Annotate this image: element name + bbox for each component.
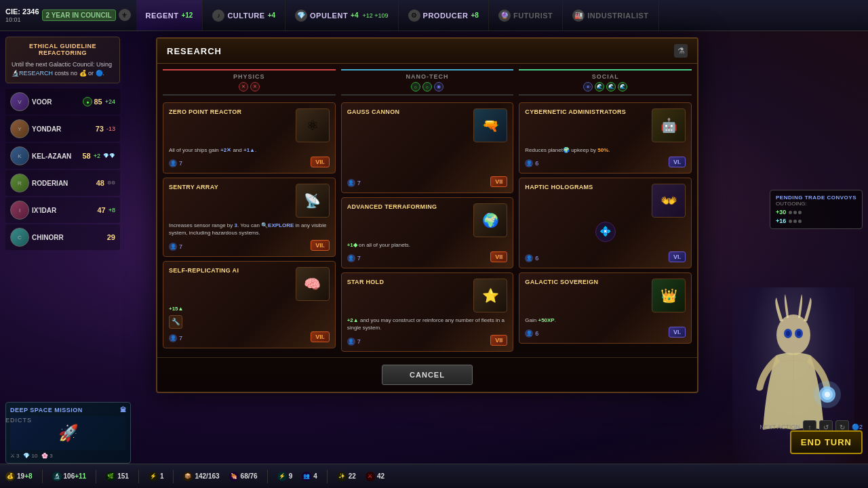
zero-point-desc: All of your ships gain +2✕ and +1▲. — [169, 146, 330, 154]
card-self-replicating-ai[interactable]: SELF-REPLICATING AI 🧠 +15▲ 🔧 👤 7 VII. — [163, 261, 336, 348]
end-turn-label: END TURN — [801, 437, 852, 447]
cyber-footer: 👤 6 — [525, 159, 686, 167]
prod-val: 142/163 — [195, 472, 219, 480]
card-galactic-sovereign[interactable]: GALACTIC SOVEREIGN 👑 Gain +50XP. 👤 6 VI. — [519, 272, 692, 344]
zero-point-image: ⚛ — [296, 108, 330, 142]
regent-icon: ⚜ — [119, 9, 131, 21]
culture-icon: ♪ — [212, 9, 224, 22]
rod-icons: ⚙⚙ — [107, 180, 115, 186]
yondar-avatar: Y — [10, 119, 29, 138]
card-advanced-terraforming[interactable]: ADVANCED TERRAFORMING 🌍 +1◆ on all of yo… — [341, 197, 514, 268]
starhold-cost-icon: 👤 — [347, 338, 355, 346]
influence-icon: ✨ — [337, 472, 347, 481]
chin-avatar: C — [10, 228, 29, 247]
opulent-icon: 💎 — [295, 9, 307, 22]
gauss-cost: 👤 7 — [347, 179, 361, 187]
top-bar-left: CIE: 2346 10:01 2 YEAR IN COUNCIL ⚜ — [0, 7, 136, 24]
nav-producer[interactable]: ⚙ PRODUCER +8 — [399, 0, 489, 30]
ai-name: SELF-REPLICATING AI — [169, 267, 296, 274]
nav-industrialist[interactable]: 🏭 INDUSTRIALIST — [563, 0, 658, 30]
social-column: SOCIAL 👁 🌊 🌊 🌊 CYBERNETIC ADMINISTRATORS… — [519, 69, 692, 352]
empire-ix[interactable]: I IX'IDAR 47 +8 — [5, 197, 120, 223]
gold-val: 19+8 — [17, 472, 33, 480]
prod-icon: 📦 — [183, 472, 193, 481]
zero-point-cost-icon: 👤 — [169, 159, 177, 167]
science-val: 106+11 — [64, 472, 87, 480]
haptic-image: 👐 — [652, 184, 686, 218]
gauss-footer: 👤 7 — [347, 179, 508, 187]
nav-futurist[interactable]: 🔮 FUTURIST — [489, 0, 563, 30]
futurist-label: FUTURIST — [513, 12, 553, 20]
cancel-button[interactable]: CANCEL — [382, 365, 473, 385]
stat-science: 🔬 106+11 — [52, 472, 87, 481]
starhold-name: STAR HOLD — [347, 279, 474, 285]
cyber-tier: VI. — [669, 157, 686, 167]
sentry-footer: 👤 7 — [169, 243, 330, 251]
sovereign-name: GALACTIC SOVEREIGN — [525, 279, 652, 285]
card-star-hold[interactable]: STAR HOLD ⭐ +2▲ and you may construct or… — [341, 272, 514, 351]
turn-info: 10:01 — [5, 16, 39, 24]
voor-score: 85 — [94, 98, 102, 106]
ethical-card: ETHICAL GUIDELINE REFACTORING Until the … — [5, 37, 120, 83]
ai-desc: +15▲ 🔧 — [169, 305, 330, 329]
nav-culture[interactable]: ♪ CULTURE +4 — [203, 0, 285, 30]
ix-avatar: I — [10, 201, 29, 220]
svg-point-8 — [814, 381, 841, 408]
empire-voor[interactable]: V VOOR ● 85 +24 — [5, 89, 120, 115]
empire-kel[interactable]: K KEL-AZAAN 58 +2 💎💎 — [5, 143, 120, 169]
terra-header: ADVANCED TERRAFORMING 🌍 — [347, 203, 508, 237]
trade-dot-3 — [798, 211, 802, 214]
trade-dot-1 — [789, 211, 792, 214]
ethical-highlight: 🔬RESEARCH — [12, 70, 53, 77]
nav-regent[interactable]: REGENT +12 — [136, 0, 203, 30]
cyber-bonus: 50% — [597, 147, 608, 153]
terra-bonus: +1◆ — [347, 242, 357, 248]
gold-bonus: +8 — [24, 472, 32, 480]
nav-opulent[interactable]: 💎 OPULENT +4 +12 +109 — [285, 0, 399, 30]
cie-number: CIE: 2346 — [5, 7, 39, 16]
starhold-bonus: +2▲ — [347, 317, 359, 323]
unit-icon: 👥 — [302, 472, 311, 481]
nanotech-icon-1: ○ — [411, 82, 420, 92]
empire-yondar[interactable]: Y YONDAR 73 -13 — [5, 116, 120, 142]
card-cybernetic-admins[interactable]: CYBERNETIC ADMINISTRATORS 🤖 Reduces plan… — [519, 102, 692, 174]
card-haptic-holograms[interactable]: HAPTIC HOLOGRAMS 👐 💠 👤 6 VI. — [519, 178, 692, 268]
mil-val: 42 — [377, 472, 384, 480]
pop-icon: 🍖 — [229, 472, 239, 481]
unit-val: 4 — [313, 472, 317, 480]
dust-icon: ⚡ — [149, 472, 158, 481]
haptic-cost-icon: 👤 — [525, 254, 533, 262]
stat-pop: 🍖 68/76 — [229, 472, 258, 481]
sep-2 — [96, 470, 96, 483]
social-header: SOCIAL 👁 🌊 🌊 🌊 — [519, 69, 692, 96]
gauss-tier: VII — [490, 176, 507, 187]
science-icon: 🔬 — [52, 472, 62, 481]
card-zero-point-reactor[interactable]: ZERO POINT REACTOR ⚛ All of your ships g… — [163, 102, 336, 174]
card-sentry-array[interactable]: SENTRY ARRAY 📡 Increases sensor range by… — [163, 178, 336, 256]
futurist-icon: 🔮 — [498, 9, 511, 22]
trade-dot-4 — [789, 220, 792, 223]
sentry-cost-icon: 👤 — [169, 243, 177, 251]
card-gauss-cannon[interactable]: GAUSS CANNON 🔫 👤 7 VII — [341, 102, 514, 193]
sovereign-header: GALACTIC SOVEREIGN 👑 — [525, 279, 686, 312]
haptic-sub-icon: 💠 — [595, 222, 616, 242]
sovereign-footer: 👤 6 — [525, 329, 686, 338]
voor-avatar: V — [10, 92, 29, 111]
trade-item-1: +30 — [776, 209, 856, 216]
nanotech-column: NANO-TECH ○ ○ ◉ GAUSS CANNON 🔫 👤 7 — [341, 69, 514, 352]
industrialist-icon: 🏭 — [572, 9, 585, 22]
svg-point-3 — [786, 331, 790, 336]
terra-cost-icon: 👤 — [347, 254, 355, 262]
zero-point-header: ZERO POINT REACTOR ⚛ — [169, 108, 330, 142]
end-turn-button[interactable]: END TURN — [790, 430, 863, 454]
zero-point-bonus2: +1▲ — [243, 147, 255, 153]
empire-chin[interactable]: C CHINORR 29 — [5, 224, 120, 250]
empire-rod[interactable]: R RODERIAN 48 ⚙⚙ — [5, 170, 120, 196]
food-val: 151 — [117, 472, 129, 480]
stat-dust: ⚡ 1 — [149, 472, 164, 481]
starhold-tier: VII — [490, 335, 507, 346]
gauss-image: 🔫 — [473, 108, 507, 142]
chin-score: 29 — [107, 233, 115, 241]
ai-sub-image: 🔧 — [169, 315, 182, 329]
trade-item-2: +16 — [776, 218, 856, 224]
